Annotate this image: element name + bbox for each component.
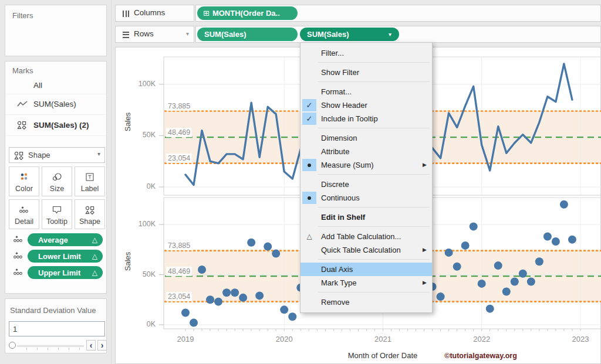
menu-item-remove[interactable]: Remove bbox=[300, 295, 432, 309]
scatter-point-mark[interactable] bbox=[552, 237, 560, 246]
mark-button-label: Shape bbox=[75, 217, 104, 226]
slider-track[interactable] bbox=[17, 345, 84, 347]
upper-limit-pill[interactable]: Upper Limit△ bbox=[28, 266, 103, 279]
scatter-point-mark[interactable] bbox=[272, 250, 280, 258]
scatter-point-mark[interactable] bbox=[511, 277, 519, 285]
scatter-point-mark[interactable] bbox=[231, 288, 239, 297]
scatter-point-mark[interactable] bbox=[239, 294, 247, 302]
scatter-point-mark[interactable] bbox=[470, 222, 478, 230]
label-icon: T bbox=[75, 171, 104, 183]
y-axis-tick-label: 0K bbox=[132, 320, 156, 328]
menu-item-dimension[interactable]: Dimension bbox=[300, 131, 432, 145]
scatter-point-mark[interactable] bbox=[502, 288, 511, 296]
menu-item-edit-in-shelf[interactable]: Edit in Shelf bbox=[300, 210, 432, 224]
triangle-icon: △ bbox=[92, 252, 97, 260]
color-button[interactable]: Color bbox=[9, 166, 39, 196]
scatter-point-mark[interactable] bbox=[478, 280, 486, 288]
detail-button[interactable]: Detail bbox=[9, 199, 39, 229]
scatter-point-mark[interactable] bbox=[181, 308, 190, 317]
menu-item-filter[interactable]: Filter... bbox=[300, 46, 432, 60]
scatter-point-mark[interactable] bbox=[255, 291, 264, 300]
scatter-point-mark[interactable] bbox=[543, 233, 552, 241]
menu-item-add-table-calculation[interactable]: △Add Table Calculation... bbox=[300, 230, 432, 243]
pill-label: SUM(Sales) bbox=[307, 30, 349, 39]
menu-item-label: Measure (Sum) bbox=[321, 161, 374, 169]
marks-row-sum-sales[interactable]: SUM(Sales) bbox=[5, 94, 106, 115]
reference-line-label: 48,469 bbox=[166, 267, 192, 276]
menu-item-dual-axis[interactable]: Dual Axis bbox=[300, 263, 432, 276]
columns-icon bbox=[123, 11, 129, 17]
scatter-point-mark[interactable] bbox=[486, 305, 494, 313]
scatter-point-mark[interactable] bbox=[288, 312, 296, 321]
filters-shelf-card[interactable]: Filters bbox=[5, 5, 107, 56]
pill-month-order-da[interactable]: ⊞MONTH(Order Da.. bbox=[197, 6, 298, 20]
tooltip-button[interactable]: Tooltip bbox=[42, 199, 72, 229]
label-button[interactable]: TLabel bbox=[75, 166, 105, 196]
menu-separator bbox=[300, 290, 432, 295]
std-dev-input[interactable] bbox=[9, 321, 105, 336]
scatter-point-mark[interactable] bbox=[190, 319, 198, 327]
mark-button-label: Color bbox=[9, 185, 39, 193]
scatter-point-mark[interactable] bbox=[527, 277, 535, 285]
detail-icon bbox=[13, 267, 24, 278]
std-dev-slider[interactable] bbox=[9, 341, 84, 351]
slider-increment-button[interactable]: › bbox=[97, 340, 107, 351]
rows-icon bbox=[123, 32, 129, 38]
pill-sum-sales[interactable]: SUM(Sales) bbox=[197, 28, 298, 41]
pill-sum-sales-active[interactable]: SUM(Sales)▾ bbox=[300, 28, 399, 41]
rows-shelf-label: Rows ▾ bbox=[115, 26, 194, 43]
scatter-point-mark[interactable] bbox=[519, 270, 527, 278]
scatter-point-mark[interactable] bbox=[206, 295, 214, 304]
size-button[interactable]: Size bbox=[42, 166, 72, 196]
rows-shelf[interactable]: SUM(Sales)SUM(Sales)▾ bbox=[195, 26, 601, 43]
x-axis-year-label: 2020 bbox=[269, 335, 299, 343]
menu-item-discrete[interactable]: Discrete bbox=[300, 178, 432, 191]
chevron-down-icon[interactable]: ▾ bbox=[186, 30, 189, 37]
scatter-point-mark[interactable] bbox=[494, 261, 502, 270]
scatter-point-mark[interactable] bbox=[445, 249, 453, 257]
marks-row-label: SUM(Sales) bbox=[33, 100, 76, 108]
slider-decrement-button[interactable]: ‹ bbox=[86, 340, 96, 351]
mark-type-dropdown[interactable]: Shape ▾ bbox=[9, 147, 105, 163]
menu-item-mark-type[interactable]: Mark Type▶ bbox=[300, 276, 432, 290]
menu-item-show-filter[interactable]: Show Filter bbox=[300, 66, 432, 79]
scatter-point-mark[interactable] bbox=[214, 298, 222, 306]
scatter-point-mark[interactable] bbox=[560, 200, 568, 209]
shape-button[interactable]: Shape bbox=[75, 199, 105, 229]
reference-pill-label: Lower Limit bbox=[38, 252, 81, 261]
menu-item-include-in-tooltip[interactable]: ✓Include in Tooltip bbox=[300, 112, 432, 125]
scatter-point-mark[interactable] bbox=[222, 288, 231, 297]
scatter-point-mark[interactable] bbox=[198, 266, 206, 274]
columns-shelf[interactable]: ⊞MONTH(Order Da.. bbox=[195, 5, 601, 22]
menu-separator bbox=[300, 125, 432, 131]
menu-item-measure-sum[interactable]: Measure (Sum)▶ bbox=[300, 158, 432, 172]
menu-item-quick-table-calculation[interactable]: Quick Table Calculation▶ bbox=[300, 243, 432, 257]
scatter-point-mark[interactable] bbox=[437, 292, 445, 301]
credit-text: ©tutorialgateway.org bbox=[440, 352, 522, 360]
marks-row-sum-sales-2[interactable]: SUM(Sales) (2) bbox=[5, 114, 106, 136]
y-axis-title: Sales bbox=[123, 104, 133, 140]
chevron-down-icon: ▾ bbox=[97, 151, 100, 157]
scatter-point-mark[interactable] bbox=[247, 239, 255, 247]
marks-row-all[interactable]: All bbox=[5, 77, 106, 94]
slider-handle[interactable] bbox=[9, 342, 16, 349]
menu-item-format[interactable]: Format... bbox=[300, 85, 432, 98]
menu-item-continuous[interactable]: Continuous bbox=[300, 191, 432, 205]
lower-limit-pill[interactable]: Lower Limit△ bbox=[28, 250, 103, 263]
scatter-point-mark[interactable] bbox=[568, 236, 576, 244]
scatter-point-mark[interactable] bbox=[535, 257, 543, 266]
mark-button-label: Detail bbox=[9, 217, 39, 226]
shape-mark-icon bbox=[14, 151, 23, 162]
detail-icon bbox=[13, 251, 24, 261]
menu-item-show-header[interactable]: ✓Show Header bbox=[300, 98, 432, 112]
checkbox-checked-icon: ✓ bbox=[302, 113, 316, 125]
y-axis-tick-label: 100K bbox=[132, 80, 156, 88]
scatter-point-mark[interactable] bbox=[453, 263, 461, 271]
average-pill[interactable]: Average△ bbox=[28, 233, 103, 246]
scatter-point-mark[interactable] bbox=[461, 241, 470, 250]
reference-line-label: 73,885 bbox=[166, 101, 192, 111]
menu-item-attribute[interactable]: Attribute bbox=[300, 145, 432, 158]
scatter-point-mark[interactable] bbox=[264, 243, 272, 251]
scatter-point-mark[interactable] bbox=[280, 305, 288, 314]
detail-icon bbox=[9, 204, 39, 216]
